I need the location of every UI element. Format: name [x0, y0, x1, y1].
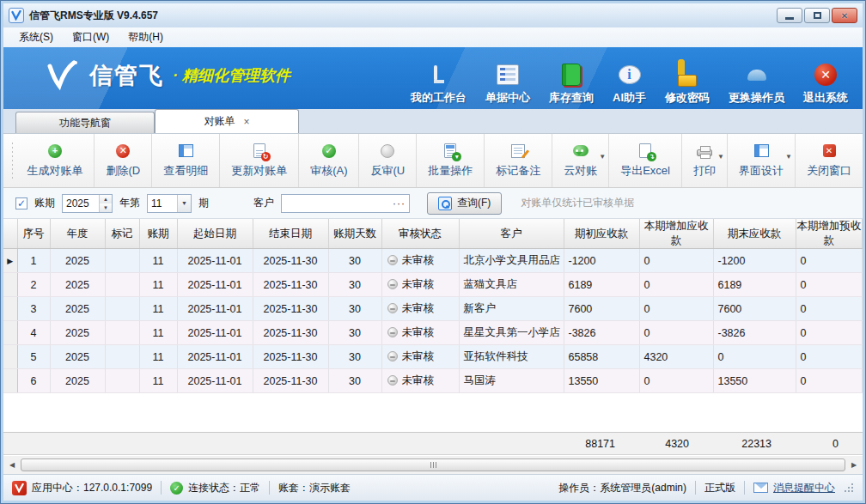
row-selector[interactable]: [3, 273, 17, 297]
menu-window[interactable]: 窗口(W): [64, 27, 118, 47]
cell-days[interactable]: 30: [328, 273, 381, 297]
col-end-date[interactable]: 结束日期: [253, 219, 328, 249]
cell-customer[interactable]: 亚拓软件科技: [459, 345, 564, 369]
ellipsis-picker-icon[interactable]: ···: [393, 197, 406, 209]
cell-days[interactable]: 30: [328, 369, 381, 393]
cell-period[interactable]: 11: [139, 249, 177, 273]
cell-pre[interactable]: 0: [796, 249, 863, 273]
cell-seq[interactable]: 1: [17, 249, 50, 273]
header-row-selector[interactable]: [3, 219, 17, 249]
cell-year[interactable]: 2025: [50, 273, 105, 297]
col-period[interactable]: 账期: [139, 219, 177, 249]
cell-seq[interactable]: 4: [17, 321, 50, 345]
cell-status[interactable]: 未审核: [381, 345, 459, 369]
cell-inc[interactable]: 0: [639, 369, 713, 393]
document-center-button[interactable]: 单据中心: [476, 62, 540, 106]
period-checkbox[interactable]: ✓: [15, 197, 27, 209]
cell-days[interactable]: 30: [328, 297, 381, 321]
cell-end_recv[interactable]: -1200: [713, 249, 796, 273]
cell-seq[interactable]: 5: [17, 345, 50, 369]
cell-year[interactable]: 2025: [50, 297, 105, 321]
cell-begin[interactable]: 6189: [564, 273, 639, 297]
cell-days[interactable]: 30: [328, 249, 381, 273]
cell-inc[interactable]: 0: [639, 273, 713, 297]
close-window-button[interactable]: ✕ 关闭窗口: [796, 134, 863, 187]
cell-days[interactable]: 30: [328, 345, 381, 369]
maximize-button[interactable]: [804, 8, 830, 23]
cell-start[interactable]: 2025-11-01: [177, 297, 253, 321]
generate-statement-button[interactable]: + 生成对账单: [15, 134, 95, 187]
table-row[interactable]: 32025112025-11-012025-11-3030未审核新客户76000…: [3, 297, 863, 321]
ai-assistant-button[interactable]: i AI助手: [603, 62, 656, 106]
row-selector[interactable]: [3, 369, 17, 393]
cell-start[interactable]: 2025-11-01: [177, 249, 253, 273]
cloud-reconcile-button[interactable]: 云对账 ▼: [552, 134, 609, 187]
horizontal-scrollbar[interactable]: ◀ ▶: [3, 456, 863, 474]
cell-end[interactable]: 2025-11-30: [253, 369, 328, 393]
cell-end_recv[interactable]: 0: [713, 345, 796, 369]
cell-end_recv[interactable]: 13550: [713, 369, 796, 393]
col-customer[interactable]: 客户: [459, 219, 564, 249]
cell-seq[interactable]: 3: [17, 297, 50, 321]
cell-pre[interactable]: 0: [796, 321, 863, 345]
col-days[interactable]: 账期天数: [328, 219, 381, 249]
cell-pre[interactable]: 0: [796, 345, 863, 369]
menu-help[interactable]: 帮助(H): [119, 27, 172, 47]
spin-up-icon[interactable]: ▲: [100, 195, 112, 203]
cell-begin[interactable]: 13550: [564, 369, 639, 393]
col-year[interactable]: 年度: [50, 219, 105, 249]
cell-period[interactable]: 11: [139, 369, 177, 393]
cell-status[interactable]: 未审核: [381, 321, 459, 345]
cell-start[interactable]: 2025-11-01: [177, 345, 253, 369]
cell-end[interactable]: 2025-11-30: [253, 297, 328, 321]
exit-system-button[interactable]: ✕ 退出系统: [794, 62, 857, 106]
cell-days[interactable]: 30: [328, 321, 381, 345]
close-button[interactable]: ✕: [832, 8, 857, 23]
period-select[interactable]: 11 ▼: [147, 194, 192, 213]
cell-status[interactable]: 未审核: [381, 297, 459, 321]
cell-mark[interactable]: [105, 273, 139, 297]
cell-period[interactable]: 11: [139, 321, 177, 345]
cell-customer[interactable]: 北京小学文具用品店: [459, 249, 564, 273]
year-value[interactable]: 2025: [63, 195, 99, 212]
batch-operation-button[interactable]: ▾ 批量操作: [417, 134, 485, 187]
inventory-query-button[interactable]: 库存查询: [540, 62, 603, 106]
cell-end[interactable]: 2025-11-30: [253, 321, 328, 345]
col-mark[interactable]: 标记: [105, 219, 139, 249]
customer-input[interactable]: ···: [281, 194, 410, 213]
switch-operator-button[interactable]: 更换操作员: [719, 62, 794, 106]
cell-status[interactable]: 未审核: [381, 249, 459, 273]
export-excel-button[interactable]: ↴ 导出Excel: [609, 134, 682, 187]
ui-design-button[interactable]: 界面设计 ▼: [728, 134, 796, 187]
cell-seq[interactable]: 2: [17, 273, 50, 297]
cell-end_recv[interactable]: 6189: [713, 273, 796, 297]
audit-button[interactable]: ✓ 审核(A): [299, 134, 359, 187]
cell-year[interactable]: 2025: [50, 321, 105, 345]
cell-year[interactable]: 2025: [50, 249, 105, 273]
minimize-button[interactable]: [777, 8, 802, 23]
cell-mark[interactable]: [105, 321, 139, 345]
unaudit-button[interactable]: 反审(U: [359, 134, 417, 187]
cell-end[interactable]: 2025-11-30: [253, 273, 328, 297]
cell-year[interactable]: 2025: [50, 345, 105, 369]
change-password-button[interactable]: 修改密码: [656, 62, 719, 106]
cell-start[interactable]: 2025-11-01: [177, 369, 253, 393]
cell-customer[interactable]: 马国涛: [459, 369, 564, 393]
scroll-left-icon[interactable]: ◀: [5, 458, 19, 472]
cell-begin[interactable]: 7600: [564, 297, 639, 321]
delete-button[interactable]: ✕ 删除(D: [95, 134, 152, 187]
period-value[interactable]: 11: [148, 195, 177, 212]
cell-mark[interactable]: [105, 297, 139, 321]
col-increase-prereceive[interactable]: 本期增加预收款: [796, 219, 863, 249]
row-selector[interactable]: [3, 345, 17, 369]
cell-period[interactable]: 11: [139, 297, 177, 321]
cell-start[interactable]: 2025-11-01: [177, 321, 253, 345]
cell-inc[interactable]: 4320: [639, 345, 713, 369]
chevron-down-icon[interactable]: ▼: [177, 195, 191, 212]
cell-pre[interactable]: 0: [796, 273, 863, 297]
spin-down-icon[interactable]: ▼: [100, 203, 112, 212]
workbench-button[interactable]: 我的工作台: [401, 62, 476, 106]
cell-period[interactable]: 11: [139, 345, 177, 369]
table-row[interactable]: 42025112025-11-012025-11-3030未审核星星文具第一小学…: [3, 321, 863, 345]
year-stepper[interactable]: 2025 ▲▼: [62, 194, 113, 213]
